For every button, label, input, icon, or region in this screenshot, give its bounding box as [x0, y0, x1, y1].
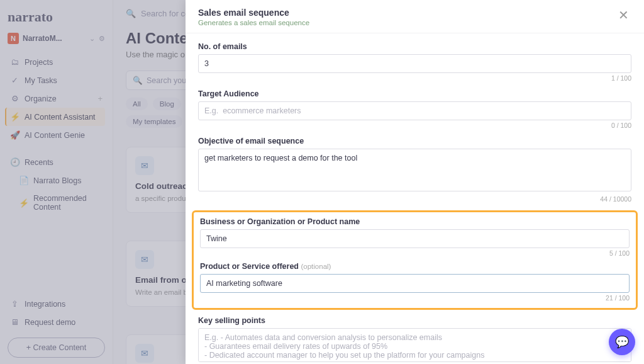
help-chat-button[interactable]: 💬 — [609, 329, 635, 355]
char-counter: 21 / 100 — [200, 294, 630, 302]
char-counter: 0 / 100 — [198, 122, 631, 129]
chat-icon: 💬 — [615, 335, 629, 349]
business-name-label: Business or Organization or Product name — [200, 217, 630, 226]
business-name-input[interactable] — [200, 229, 630, 248]
highlighted-section: Business or Organization or Product name… — [192, 210, 638, 310]
product-offered-input[interactable] — [200, 274, 630, 293]
no-emails-input[interactable] — [198, 54, 631, 73]
objective-label: Objective of email sequence — [198, 137, 631, 145]
no-emails-label: No. of emails — [198, 42, 631, 51]
modal-subtitle: Generates a sales email sequence — [198, 19, 309, 26]
product-offered-label: Product or Service offered (optional) — [200, 262, 630, 271]
close-icon[interactable]: ✕ — [616, 8, 631, 23]
selling-points-input[interactable] — [198, 328, 631, 362]
callout-arrow-icon — [186, 224, 186, 234]
callout-arrow-icon — [186, 259, 186, 270]
sales-email-modal: Sales email sequence Generates a sales e… — [186, 0, 644, 364]
char-counter: 44 / 10000 — [198, 195, 631, 203]
char-counter: 1 / 100 — [198, 74, 631, 82]
char-counter: 5 / 100 — [200, 249, 630, 257]
selling-points-label: Key selling points — [198, 316, 631, 325]
target-audience-input[interactable] — [198, 101, 631, 120]
target-audience-label: Target Audience — [198, 89, 631, 98]
modal-title: Sales email sequence — [198, 8, 309, 18]
objective-input[interactable] — [198, 149, 631, 191]
